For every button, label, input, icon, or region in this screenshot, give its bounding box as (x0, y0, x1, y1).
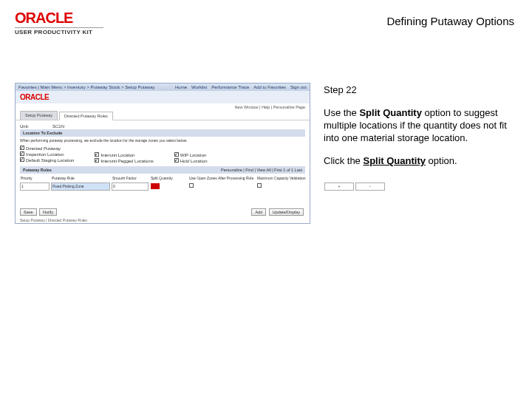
txt: Click the (324, 155, 363, 166)
topbar-worklist[interactable]: Worklist (191, 85, 207, 89)
content: Favorites | Main Menu > Inventory > Puta… (0, 83, 532, 224)
cell-smooth[interactable]: 0 (112, 183, 149, 191)
notify-button[interactable]: Notify (39, 208, 57, 216)
mock-footer: Save Notify Add Update/Display (16, 207, 310, 217)
panel-title: Location To Exclude (23, 131, 62, 135)
excl-item[interactable]: WIP Location (180, 153, 207, 157)
header: ORACLE USER PRODUCTIVITY KIT Defining Pu… (0, 0, 532, 38)
col-head: Smooth Factor (112, 175, 149, 181)
panel-head: Location To Exclude (20, 129, 305, 137)
screenshot-pane: Favorites | Main Menu > Inventory > Puta… (15, 83, 310, 224)
unit-label: Unit: (20, 124, 50, 129)
tab-setup-putaway[interactable]: Setup Putaway (20, 111, 58, 120)
excl-item[interactable]: Inspection Location (26, 152, 64, 157)
excl-item[interactable]: Interunit Location (100, 153, 134, 157)
term-split-quantity: Split Quantity (359, 107, 422, 118)
col-head: Putaway Rule (51, 175, 110, 181)
mock-brand: ORACLE (20, 93, 49, 101)
mock-topbar: Favorites | Main Menu > Inventory > Puta… (16, 83, 310, 91)
topbar-home[interactable]: Home (175, 85, 187, 89)
excl-item[interactable]: Interunit Pegged Locations (100, 159, 153, 163)
footer-meta: Setup Putaway | Directed Putaway Rules (16, 217, 310, 223)
rules-section: Putaway Rules Personalize | Find | View … (20, 166, 305, 174)
oracle-logo: ORACLE (15, 10, 103, 25)
topbar-links: Home Worklist Performance Trace Add to F… (175, 85, 307, 89)
txt: Use the (324, 107, 359, 118)
instruction-paragraph-2: Click the Split Quantity option. (324, 155, 508, 168)
sub-brand: USER PRODUCTIVITY KIT (15, 29, 103, 35)
col-head: Split Quantity (150, 175, 187, 181)
logo-divider (15, 27, 103, 28)
update-display-button[interactable]: Update/Display (269, 208, 304, 216)
instruction-pane: Step 22 Use the Split Quantity option to… (324, 83, 508, 224)
mock-tabs: Setup Putaway Directed Putaway Rules (16, 111, 310, 120)
breadcrumb: Favorites | Main Menu > Inventory > Puta… (18, 85, 155, 89)
mock-meta: New Window | Help | Personalize Page (16, 103, 310, 111)
panel-desc: When performing putaway processing, we e… (20, 137, 305, 144)
tab-directed-rules[interactable]: Directed Putaway Rules (59, 112, 113, 120)
txt: option. (426, 155, 457, 166)
action-split-quantity: Split Quantity (363, 155, 426, 166)
cell-max-cap[interactable] (256, 183, 323, 191)
col-head: Use Open Zones After Processing Rule (188, 175, 255, 181)
mock-app: Favorites | Main Menu > Inventory > Puta… (15, 83, 310, 224)
exclusion-cols: Directed Putaway Inspection Location Def… (20, 146, 305, 163)
cell-split-quantity[interactable] (150, 183, 187, 191)
excl-item[interactable]: Default Staging Location (26, 158, 74, 163)
split-quantity-highlight[interactable] (151, 183, 160, 189)
mock-body: Unit: SC1N Location To Exclude When perf… (16, 120, 310, 194)
cell-rule[interactable]: Fixed Picking Zone (51, 183, 110, 191)
col-head: Priority (20, 175, 50, 181)
col-head: Maximum Capacity Validation (256, 175, 323, 181)
rules-grid: Priority Putaway Rule Smooth Factor Spli… (20, 175, 305, 191)
instruction-paragraph-1: Use the Split Quantity option to suggest… (324, 107, 508, 145)
cell-open-zones[interactable] (188, 183, 255, 191)
rules-title: Putaway Rules (23, 168, 52, 172)
unit-value: SC1N (52, 124, 64, 129)
add-button[interactable]: Add (251, 208, 266, 216)
excl-item[interactable]: Hold Location (180, 159, 208, 163)
step-label: Step 22 (324, 84, 508, 97)
save-button[interactable]: Save (20, 208, 37, 216)
grid-nav[interactable]: Personalize | Find | View All | First 1 … (221, 168, 302, 172)
logo-block: ORACLE USER PRODUCTIVITY KIT (15, 10, 103, 35)
cell-priority[interactable]: 1 (20, 183, 50, 191)
unit-row: Unit: SC1N (20, 123, 305, 129)
excl-item[interactable]: Directed Putaway (26, 146, 61, 151)
page-title: Defining Putaway Options (386, 15, 514, 27)
mock-subbar: ORACLE (16, 91, 310, 103)
topbar-fav[interactable]: Add to Favorites (253, 85, 286, 89)
topbar-trace[interactable]: Performance Trace (211, 85, 249, 89)
topbar-signout[interactable]: Sign out (290, 85, 307, 89)
